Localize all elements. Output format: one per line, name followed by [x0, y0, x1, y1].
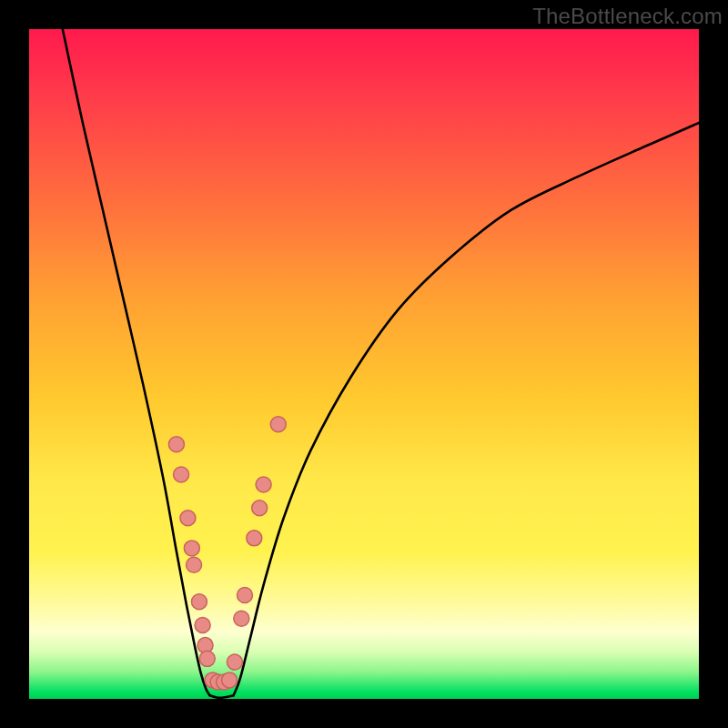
highlighted-points-group — [168, 417, 286, 690]
highlight-dot — [187, 557, 202, 572]
highlight-dot — [180, 511, 196, 526]
chart-stage: TheBottleneck.com — [0, 0, 728, 728]
highlight-dot — [174, 467, 189, 482]
highlight-dot — [237, 587, 252, 602]
watermark-text: TheBottleneck.com — [532, 4, 723, 29]
highlight-dot — [191, 594, 207, 610]
highlight-dot — [184, 541, 199, 556]
highlight-dot — [256, 477, 271, 492]
highlight-dot — [247, 531, 262, 546]
curve-left-branch — [63, 29, 210, 695]
highlight-dot — [252, 500, 268, 516]
highlight-dot — [199, 651, 215, 666]
highlight-dot — [270, 417, 286, 432]
highlight-dot — [168, 437, 184, 452]
chart-svg — [29, 29, 699, 699]
curve-right-branch — [233, 123, 699, 695]
highlight-dot — [234, 611, 249, 626]
highlight-dot — [195, 618, 210, 633]
plot-area — [29, 29, 699, 699]
highlight-dot — [227, 654, 242, 670]
curve-valley-floor — [210, 695, 234, 697]
highlight-dot — [222, 672, 238, 688]
